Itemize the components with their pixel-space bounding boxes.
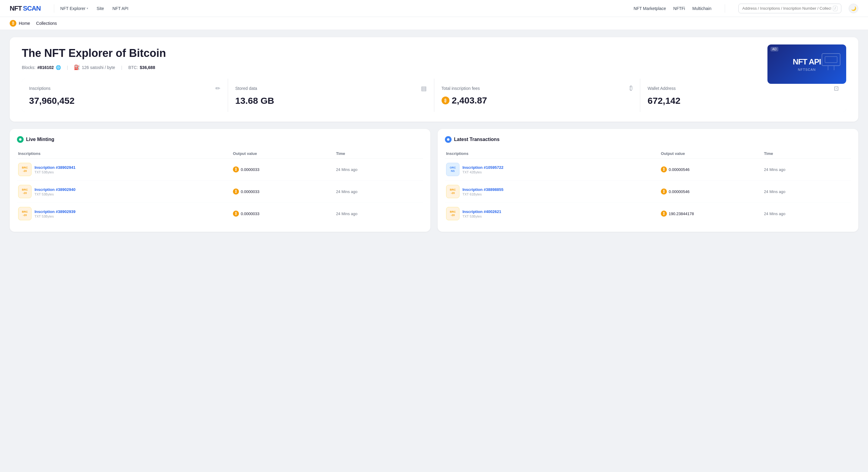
latest-tx-header: Latest Transactions	[445, 136, 851, 143]
search-input[interactable]	[742, 6, 831, 10]
latest-transactions-card: Latest Transactions InscriptionsOutput v…	[438, 129, 858, 232]
breadcrumb-collections-label[interactable]: Collections	[36, 21, 57, 26]
tx-table-header: InscriptionsOutput valueTime	[445, 149, 851, 159]
time-value: 24 Mins ago	[336, 167, 422, 172]
blocks-value: #816102	[37, 65, 54, 70]
btc-price: $36,688	[140, 65, 155, 70]
inscription-link[interactable]: Inscription #38902939	[34, 209, 75, 214]
search-bar[interactable]: /	[738, 4, 841, 13]
live-minting-header: Live Minting	[17, 136, 423, 143]
table-col-header: Inscriptions	[18, 151, 233, 156]
nav-site[interactable]: Site	[97, 6, 104, 11]
stat-card: Inscriptions ✏ 37,960,452	[22, 79, 228, 112]
inscription-info: Inscription #38902940 TXT 53Bytes	[34, 187, 75, 196]
ad-label: AD	[771, 47, 778, 52]
inscription-info: Inscription #38902941 TXT 53Bytes	[34, 165, 75, 174]
output-amount: 0.0000033	[241, 167, 259, 172]
page-title: The NFT Explorer of Bitcoin	[22, 47, 846, 60]
logo-scan: SCAN	[23, 4, 40, 12]
stat-label: Stored data	[235, 86, 257, 91]
live-icon-inner	[19, 138, 22, 141]
moon-icon: 🌙	[851, 6, 856, 11]
badge-line1: BRC	[450, 210, 456, 213]
inscription-meta: TXT 53Bytes	[34, 214, 75, 218]
search-slash: /	[833, 6, 837, 11]
hero-card: The NFT Explorer of Bitcoin Blocks: #816…	[10, 37, 858, 122]
inscription-link[interactable]: Inscription #4002621	[462, 209, 501, 214]
inscription-link[interactable]: Inscription #38902940	[34, 187, 75, 192]
breadcrumb-home[interactable]: ₿ Home	[10, 20, 30, 27]
badge-line1: ORC	[450, 166, 456, 169]
inscription-info: Inscription #4002621 TXT 53Bytes	[462, 209, 501, 218]
two-col-section: Live Minting InscriptionsOutput valueTim…	[10, 129, 858, 232]
bitcoin-icon: ₿	[10, 20, 17, 27]
badge-line2: -20	[23, 213, 27, 217]
tx-table-body: ORC NS Inscription #10595722 TXT 42Bytes…	[445, 159, 851, 225]
nav-multichain[interactable]: Multichain	[692, 6, 711, 11]
table-row: BRC -20 Inscription #38902939 TXT 53Byte…	[17, 203, 423, 225]
stat-value: 13.68 GB	[235, 96, 427, 106]
ad-banner[interactable]: AD NFT API NFTSCAN	[768, 44, 846, 84]
main-nav: NFT Explorer ▾ Site NFT API	[60, 6, 633, 11]
badge-line2: -20	[23, 192, 27, 195]
header-divider	[54, 4, 54, 13]
stat-header: Wallet Address ⊡	[648, 85, 839, 92]
inscription-link[interactable]: Inscription #38902941	[34, 165, 75, 170]
table-col-header: Time	[764, 151, 850, 156]
clock-icon-inner	[447, 138, 450, 141]
latest-tx-title: Latest Transactions	[454, 137, 499, 142]
clock-icon	[445, 136, 452, 143]
stat-value: 37,960,452	[29, 96, 220, 106]
time-value: 24 Mins ago	[336, 211, 422, 216]
nav-marketplace[interactable]: NFT Marketplace	[633, 6, 666, 11]
live-minting-card: Live Minting InscriptionsOutput valueTim…	[10, 129, 430, 232]
live-minting-title: Live Minting	[26, 137, 54, 142]
output-value: ₿ 0.00000546	[661, 189, 764, 195]
header-divider-2	[725, 4, 725, 13]
inscription-link[interactable]: Inscription #10595722	[462, 165, 503, 170]
table-row: BRC -20 Inscription #38902940 TXT 53Byte…	[17, 181, 423, 203]
ad-title: NFT API	[793, 57, 821, 67]
gas-info: ⛽ 126 satoshi / byte	[74, 64, 115, 70]
output-amount: 0.00000546	[669, 190, 690, 194]
theme-toggle-button[interactable]: 🌙	[848, 4, 858, 13]
nav-api[interactable]: NFT API	[112, 6, 128, 11]
logo[interactable]: NFTSCAN	[10, 4, 40, 12]
stat-header: Total inscription fees ₿	[441, 85, 633, 92]
output-value: ₿ 0.00000546	[661, 166, 764, 172]
output-amount: 0.0000033	[241, 190, 259, 194]
meta-divider-1: |	[67, 65, 68, 70]
stat-header: Stored data ▤	[235, 85, 427, 92]
inscription-link[interactable]: Inscription #38898855	[462, 187, 503, 192]
output-value: ₿ 190.23844178	[661, 211, 764, 216]
nav-explorer[interactable]: NFT Explorer ▾	[60, 6, 88, 11]
live-icon	[17, 136, 24, 143]
blocks-label: Blocks:	[22, 65, 35, 70]
btc-output-icon: ₿	[233, 166, 239, 172]
nav-nftfi[interactable]: NFTFi	[673, 6, 685, 11]
gas-icon: ⛽	[74, 64, 80, 70]
badge-line1: BRC	[22, 166, 28, 169]
inscription-meta: TXT 53Bytes	[34, 170, 75, 174]
stat-icon: ⊡	[834, 85, 839, 92]
inscription-info: Inscription #10595722 TXT 42Bytes	[462, 165, 503, 174]
table-row: BRC -20 Inscription #4002621 TXT 53Bytes…	[445, 203, 851, 225]
table-row: BRC -20 Inscription #38898855 TXT 61Byte…	[445, 181, 851, 203]
stat-card: Total inscription fees ₿ ₿ 2,403.87	[434, 79, 640, 112]
header: NFTSCAN NFT Explorer ▾ Site NFT API NFT …	[0, 0, 868, 17]
table-col-header: Output value	[233, 151, 336, 156]
time-value: 24 Mins ago	[764, 190, 850, 194]
btc-output-icon: ₿	[661, 166, 667, 172]
badge-line1: BRC	[22, 188, 28, 192]
btc-price-info: BTC: $36,688	[128, 65, 155, 70]
earth-icon: 🌐	[56, 65, 61, 70]
badge: BRC -20	[18, 163, 31, 176]
inscription-cell: BRC -20 Inscription #38902941 TXT 53Byte…	[18, 163, 233, 176]
chevron-down-icon: ▾	[87, 7, 88, 10]
svg-rect-0	[822, 54, 840, 66]
btc-output-icon: ₿	[233, 211, 239, 216]
table-col-header: Inscriptions	[446, 151, 661, 156]
time-value: 24 Mins ago	[764, 211, 850, 216]
ad-logo: NFTSCAN	[798, 68, 816, 71]
inscription-meta: TXT 42Bytes	[462, 170, 503, 174]
